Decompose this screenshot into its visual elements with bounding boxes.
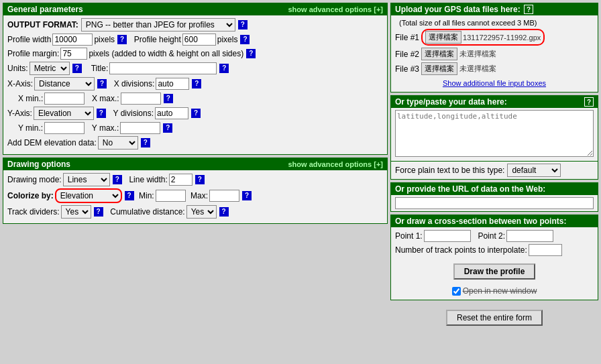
ydiv-label: Y divisions: (113, 109, 154, 118)
profile-width-label: Profile width (7, 35, 51, 44)
colorize-help-icon[interactable]: ? (125, 191, 134, 200)
pixels-1-label: pixels (94, 35, 115, 44)
xaxis-row: X-Axis: Distance ? X divisions: ? (7, 77, 383, 90)
draw-profile-button[interactable]: Draw the profile (453, 263, 536, 280)
open-new-row: Open in new window (395, 285, 594, 297)
cum-dist-label: Cumulative distance: (110, 207, 184, 217)
ymin-input[interactable] (44, 122, 85, 134)
drawing-options-content: Drawing mode: Lines ? Line width: ? Colo… (3, 170, 387, 223)
dem-label: Add DEM elevation data: (7, 138, 97, 147)
file2-value: 未選擇檔案 (459, 49, 496, 59)
drawing-mode-select[interactable]: Lines (63, 173, 110, 186)
output-format-help-icon[interactable]: ? (238, 20, 248, 29)
ydiv-input[interactable] (155, 107, 188, 119)
file1-choose-button[interactable]: 選擇檔案 (425, 31, 461, 44)
drawing-mode-help-icon[interactable]: ? (113, 175, 122, 184)
colorize-select[interactable]: Elevation (55, 188, 122, 203)
yaxis-select[interactable]: Elevation (34, 107, 94, 120)
upload-help-icon[interactable]: ? (524, 5, 533, 14)
profile-margin-help-icon[interactable]: ? (246, 49, 256, 58)
line-width-label: Line width: (129, 175, 167, 184)
yminmax-help-icon[interactable]: ? (163, 123, 172, 133)
draw-button-wrapper: Draw the profile (395, 258, 594, 285)
xmax-input[interactable] (121, 93, 161, 105)
yaxis-help-icon[interactable]: ? (97, 109, 106, 118)
ydiv-help-icon[interactable]: ? (191, 109, 201, 118)
ymax-input[interactable] (120, 122, 160, 134)
colorize-row: Colorize by: Elevation ? Min: Max: ? (7, 188, 383, 203)
title-input[interactable] (109, 62, 217, 74)
general-params-section: General parameters show advanced options… (3, 3, 388, 155)
point2-input[interactable] (506, 230, 553, 242)
line-width-help-icon[interactable]: ? (195, 175, 205, 184)
colorize-max-input[interactable] (209, 190, 239, 202)
profile-margin-input[interactable] (60, 48, 87, 60)
general-params-content: OUTPUT FORMAT: PNG -- better than JPEG f… (3, 15, 387, 154)
drawing-options-header: Drawing options show advanced options [+… (3, 158, 387, 170)
drawing-mode-label: Drawing mode: (7, 175, 62, 184)
min-label: Min: (139, 191, 154, 200)
paste-textarea[interactable] (395, 110, 594, 157)
url-header: Or provide the URL of data on the Web: (391, 183, 598, 195)
interpolate-label: Number of track points to interpolate: (395, 245, 527, 255)
open-new-label: Open in new window (463, 286, 537, 296)
profile-width-help-icon[interactable]: ? (117, 35, 127, 44)
show-advanced-1[interactable]: show advanced options [+] (288, 5, 384, 13)
show-more-files-link[interactable]: Show additional file input boxes (443, 79, 546, 87)
xdiv-help-icon[interactable]: ? (192, 79, 201, 88)
profile-margin-label: Profile margin: (7, 49, 59, 58)
file3-row: File #3 選擇檔案 未選擇檔案 (395, 62, 594, 75)
dem-help-icon[interactable]: ? (141, 138, 150, 147)
interpolate-row: Number of track points to interpolate: (395, 244, 594, 256)
units-select[interactable]: Metric (30, 62, 70, 75)
xaxis-select[interactable]: Distance (34, 77, 95, 90)
point1-label: Point 1: (395, 231, 423, 241)
reset-section: Reset the entire form (390, 303, 598, 332)
colorize-minmax-help-icon[interactable]: ? (242, 191, 252, 200)
xmin-input[interactable] (44, 93, 85, 105)
output-format-select[interactable]: PNG -- better than JPEG for profiles (81, 18, 235, 32)
cum-dist-help-icon[interactable]: ? (219, 207, 229, 217)
upload-note: (Total size of all files cannot exceed 3… (395, 18, 594, 29)
upload-title: Upload your GPS data files here: (395, 5, 521, 14)
yaxis-label: Y-Axis: (7, 109, 32, 118)
file2-row: File #2 選擇檔案 未選擇檔案 (395, 48, 594, 60)
interpolate-input[interactable] (529, 244, 562, 256)
profile-width-input[interactable]: 10000 (52, 34, 93, 46)
profile-margin-row: Profile margin: pixels (added to width &… (7, 48, 383, 60)
upload-section: Upload your GPS data files here: ? (Tota… (390, 3, 598, 93)
point1-input[interactable] (424, 230, 471, 242)
colorize-min-input[interactable] (156, 190, 186, 202)
paste-title: Or type/paste your data here: (395, 97, 507, 107)
xminmax-help-icon[interactable]: ? (164, 94, 173, 103)
file2-choose-button[interactable]: 選擇檔案 (421, 48, 457, 60)
general-params-title: General parameters (7, 5, 83, 14)
reset-form-button[interactable]: Reset the entire form (446, 310, 543, 326)
url-input[interactable] (395, 197, 594, 209)
track-div-help-icon[interactable]: ? (94, 207, 103, 217)
cross-section-title: Or draw a cross-section between two poin… (395, 217, 566, 226)
title-help-icon[interactable]: ? (219, 64, 229, 73)
general-params-header: General parameters show advanced options… (3, 3, 387, 15)
file3-value: 未選擇檔案 (459, 64, 496, 74)
paste-help-icon[interactable]: ? (584, 97, 594, 107)
profile-height-input[interactable] (182, 34, 216, 46)
output-format-label: OUTPUT FORMAT: (7, 20, 78, 29)
file3-choose-button[interactable]: 選擇檔案 (421, 62, 457, 75)
track-div-select[interactable]: Yes (61, 205, 91, 219)
title-label: Title: (91, 64, 109, 73)
xdiv-label: X divisions: (114, 79, 155, 88)
profile-height-help-icon[interactable]: ? (240, 35, 250, 44)
show-advanced-2[interactable]: show advanced options [+] (288, 160, 384, 168)
cum-dist-select[interactable]: Yes (186, 205, 217, 219)
line-width-input[interactable] (169, 174, 193, 186)
file1-value: 1311722957-11992.gpx (463, 34, 541, 42)
xaxis-help-icon[interactable]: ? (97, 79, 107, 88)
dem-select[interactable]: No (98, 136, 138, 149)
open-new-window-checkbox[interactable] (452, 287, 461, 296)
force-type-select[interactable]: default (507, 164, 561, 177)
drawing-options-title: Drawing options (7, 160, 70, 169)
xdiv-input[interactable] (156, 78, 189, 90)
units-help-icon[interactable]: ? (72, 64, 82, 73)
profile-dimensions-row: Profile width 10000 pixels ? Profile hei… (7, 34, 383, 46)
